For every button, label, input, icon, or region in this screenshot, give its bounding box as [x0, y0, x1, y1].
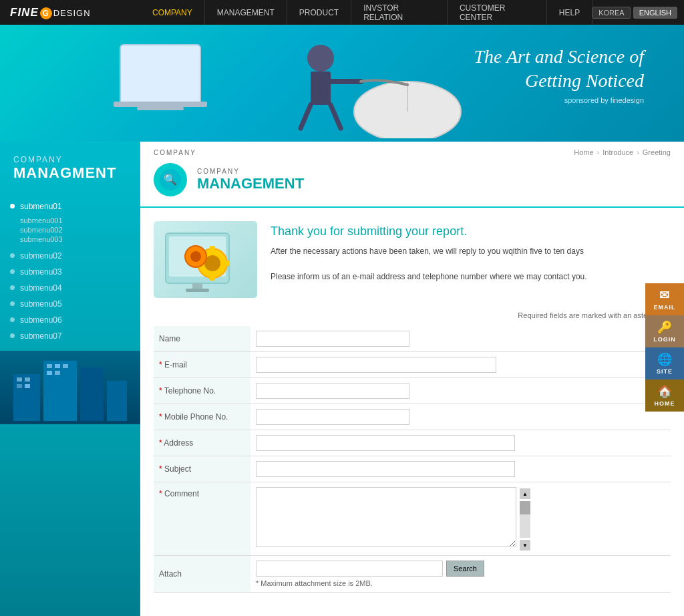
- sidebar-subitem-002[interactable]: submenu002: [20, 225, 140, 235]
- home-panel-button[interactable]: 🏠 HOME: [645, 379, 684, 412]
- attach-note: * Maximum attachment size is 2MB.: [256, 579, 665, 587]
- scroll-thumb[interactable]: [520, 501, 530, 514]
- sidebar-building-illustration: [0, 351, 140, 424]
- svg-rect-17: [25, 384, 30, 388]
- nav-company[interactable]: COMPANY: [140, 0, 205, 25]
- sidebar-item-submenu02[interactable]: submenu02: [0, 248, 140, 264]
- sidebar-dot: [10, 301, 15, 306]
- intro-body-p2: Please inform us of an e-mail address an…: [271, 271, 671, 283]
- field-input-mobile: [250, 404, 671, 430]
- svg-rect-14: [17, 377, 22, 381]
- svg-text:🔍: 🔍: [164, 173, 177, 186]
- svg-rect-32: [210, 274, 215, 281]
- scroll-track: [520, 501, 530, 538]
- login-panel-label: LOGIN: [653, 336, 676, 343]
- svg-rect-6: [311, 71, 331, 105]
- scroll-down-btn[interactable]: ▼: [520, 540, 530, 551]
- field-input-email: [250, 352, 671, 378]
- search-button[interactable]: Search: [446, 561, 484, 577]
- field-input-name: [250, 326, 671, 352]
- address-input[interactable]: [256, 435, 515, 451]
- sidebar-item-submenu01[interactable]: submenu01: [0, 198, 140, 214]
- sidebar-dot: [10, 317, 15, 322]
- svg-rect-11: [43, 361, 77, 421]
- telephone-input[interactable]: [256, 383, 409, 399]
- svg-rect-19: [55, 364, 60, 368]
- email-icon: ✉: [659, 288, 670, 303]
- login-panel-button[interactable]: 🔑 LOGIN: [645, 315, 684, 347]
- svg-rect-22: [55, 371, 60, 375]
- nav-customer[interactable]: CUSTOMER CENTER: [448, 0, 547, 25]
- field-input-subject: [250, 456, 671, 482]
- field-label-address: * Address: [154, 430, 250, 456]
- svg-line-9: [331, 105, 341, 128]
- telephone-field-wrapper: [256, 383, 665, 399]
- mobile-input[interactable]: [256, 409, 409, 425]
- comment-textarea[interactable]: [256, 487, 516, 547]
- page-section-label: COMPANY: [154, 149, 196, 156]
- sidebar-item-submenu07[interactable]: submenu07: [0, 328, 140, 344]
- sidebar-menu: submenu01 submenu001 submenu002 submenu0…: [0, 192, 140, 351]
- site-panel-label: SITE: [657, 368, 673, 375]
- hero-banner: The Art and Science ofGetting Noticed sp…: [0, 25, 684, 142]
- form-intro: Thank you for submitting your report. Af…: [140, 208, 684, 311]
- field-input-attach: Search * Maximum attachment size is 2MB.: [250, 556, 671, 593]
- field-label-attach: Attach: [154, 556, 250, 593]
- sidebar-subitem-001[interactable]: submenu001: [20, 216, 140, 225]
- required-asterisk: *: [159, 489, 164, 498]
- management-icon-svg: 🔍: [159, 168, 182, 192]
- sidebar-item-label: submenu04: [20, 283, 62, 293]
- name-field-wrapper: [256, 331, 665, 347]
- page-heading: 🔍 COMPANY MANAGEMENT: [140, 160, 684, 208]
- sidebar-item-label: submenu06: [20, 315, 62, 325]
- page-icon: 🔍: [154, 163, 187, 196]
- home-panel-label: HOME: [655, 400, 675, 407]
- main-layout: COMPANY MANAGMENT submenu01 submenu001 s…: [0, 142, 684, 616]
- intro-body-p1: After the necessary actions have been ta…: [271, 245, 671, 258]
- page-main-title: MANAGEMENT: [197, 175, 304, 192]
- hero-text: The Art and Science ofGetting Noticed sp…: [474, 45, 644, 104]
- form-row-attach: Attach Search * Maximum attachment size …: [154, 556, 671, 593]
- lang-english-button[interactable]: ENGLISH: [633, 7, 677, 19]
- sidebar-dot: [10, 253, 15, 258]
- sidebar-item-submenu04[interactable]: submenu04: [0, 280, 140, 296]
- sidebar-item-submenu03[interactable]: submenu03: [0, 264, 140, 280]
- field-input-address: [250, 430, 671, 456]
- svg-rect-34: [223, 261, 230, 266]
- email-panel-button[interactable]: ✉ EMAIL: [645, 283, 684, 315]
- breadcrumb-greeting: Greeting: [643, 148, 671, 156]
- breadcrumb-introduce[interactable]: Introduce: [603, 148, 633, 156]
- sidebar: COMPANY MANAGMENT submenu01 submenu001 s…: [0, 142, 140, 616]
- sidebar-item-submenu05[interactable]: submenu05: [0, 296, 140, 312]
- email-field-wrapper: [256, 357, 665, 373]
- svg-rect-12: [80, 367, 104, 421]
- form-buttons: SEND CANCLE: [140, 606, 684, 616]
- subject-input[interactable]: [256, 461, 515, 477]
- site-panel-button[interactable]: 🌐 SITE: [645, 347, 684, 379]
- mobile-field-wrapper: [256, 409, 665, 425]
- form-row-telephone: * Telephone No.: [154, 378, 671, 404]
- breadcrumb-home[interactable]: Home: [574, 148, 593, 156]
- form-row-address: * Address: [154, 430, 671, 456]
- attach-input[interactable]: [256, 561, 443, 577]
- sidebar-item-submenu06[interactable]: submenu06: [0, 312, 140, 328]
- svg-point-36: [190, 251, 201, 262]
- name-input[interactable]: [256, 331, 409, 347]
- svg-line-8: [301, 105, 311, 128]
- email-input[interactable]: [256, 357, 496, 373]
- field-label-telephone: * Telephone No.: [154, 378, 250, 404]
- sidebar-subitem-003[interactable]: submenu003: [20, 235, 140, 244]
- logo-g-icon: G: [40, 7, 52, 19]
- field-label-mobile: * Mobile Phone No.: [154, 404, 250, 430]
- required-asterisk: *: [159, 464, 164, 474]
- intro-headline: Thank you for submitting your report.: [271, 224, 671, 239]
- nav-investor[interactable]: INVSTOR RELATION: [351, 0, 448, 25]
- sidebar-item-label: submenu01: [20, 202, 62, 211]
- form-row-subject: * Subject: [154, 456, 671, 482]
- field-label-name: Name: [154, 326, 250, 352]
- lang-korea-button[interactable]: KOREA: [592, 7, 631, 19]
- scroll-up-btn[interactable]: ▲: [520, 488, 530, 499]
- nav-help[interactable]: HELP: [547, 0, 592, 25]
- nav-product[interactable]: PRODUCT: [287, 0, 351, 25]
- nav-management[interactable]: MANAGEMENT: [205, 0, 287, 25]
